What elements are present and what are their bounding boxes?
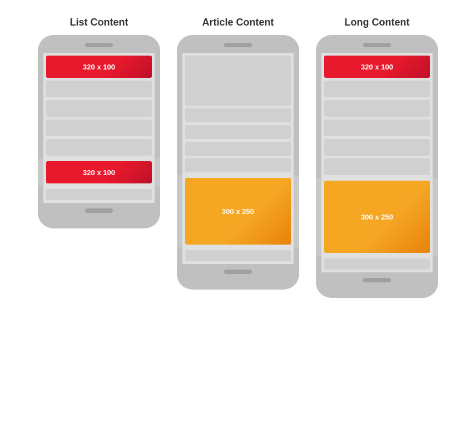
long-phone-bottom [316, 256, 438, 298]
article-phone-bottom [177, 247, 299, 290]
list-phone-screen: 320 x 100 [43, 53, 155, 158]
list-bottom-ad-label: 320 x 100 [83, 168, 115, 177]
article-content-row-6 [185, 250, 291, 261]
article-mid-ad: 300 x 250 [185, 178, 291, 245]
article-phone-bottom-bar [224, 270, 252, 274]
long-bottom-ad: 300 x 250 [324, 181, 430, 253]
long-phone-notch [363, 43, 391, 47]
long-content-row-5 [324, 158, 430, 175]
long-content-row-1 [324, 81, 430, 97]
long-content-row-4 [324, 139, 430, 156]
long-content-title: Long Content [345, 17, 410, 28]
long-phone-top: 320 x 100 [316, 35, 438, 178]
long-content-row-3 [324, 120, 430, 136]
long-top-ad: 320 x 100 [324, 56, 430, 78]
long-bottom-ad-label: 300 x 250 [361, 213, 393, 221]
list-top-ad: 320 x 100 [46, 56, 152, 78]
article-content-row-4 [185, 142, 291, 156]
article-overflow: 300 x 250 [177, 175, 299, 247]
long-top-ad-label: 320 x 100 [361, 63, 393, 71]
long-content-column: Long Content 320 x 100 300 x 250 [316, 17, 438, 298]
article-content-row-3 [185, 125, 291, 139]
article-content-column: Article Content 300 x 250 [177, 17, 299, 290]
long-overflow: 300 x 250 [316, 178, 438, 256]
article-content-title: Article Content [202, 17, 274, 28]
list-content-row-2 [46, 100, 152, 117]
article-content-row-2 [185, 108, 291, 122]
list-content-row-1 [46, 81, 152, 97]
long-phone-bottom-bar [363, 278, 391, 282]
list-phone-notch [85, 43, 113, 47]
list-phone-bottom-bar [85, 208, 113, 213]
list-content-title: List Content [70, 17, 128, 28]
list-phone-bottom [38, 186, 160, 228]
list-content-column: List Content 320 x 100 320 x 100 [38, 17, 160, 228]
long-content-row-2 [324, 100, 430, 117]
diagram-container: List Content 320 x 100 320 x 100 [38, 11, 438, 298]
list-content-row-3 [46, 120, 152, 136]
list-content-row-4 [46, 139, 152, 156]
article-content-row-1 [185, 56, 291, 106]
article-phone-notch [224, 43, 252, 47]
list-overflow: 320 x 100 [38, 158, 160, 186]
article-phone-top [177, 35, 299, 175]
list-top-ad-label: 320 x 100 [83, 63, 115, 71]
list-content-row-5 [46, 189, 152, 200]
article-mid-ad-label: 300 x 250 [222, 207, 254, 216]
list-phone-top: 320 x 100 [38, 35, 160, 158]
article-content-row-5 [185, 158, 291, 172]
long-content-row-6 [324, 258, 430, 270]
list-bottom-ad: 320 x 100 [46, 161, 152, 183]
